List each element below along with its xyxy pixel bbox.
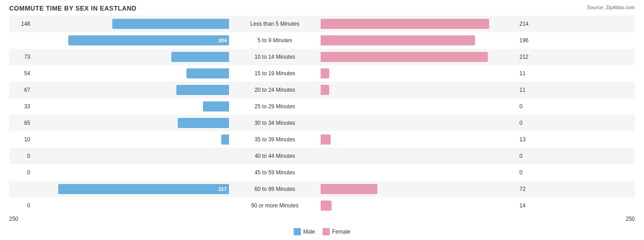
male-bar-wrap [32, 134, 229, 145]
rows-area: 148 Less than 5 Minutes 214 204 5 to 9 M… [9, 16, 635, 214]
chart-title: COMMUTE TIME BY SEX IN EASTLAND [9, 5, 635, 12]
male-value: 65 [9, 120, 32, 126]
male-bar: 204 [68, 35, 229, 45]
female-bar-wrap [321, 68, 518, 78]
chart-row: 148 Less than 5 Minutes 214 [9, 16, 635, 32]
female-bar-wrap [321, 85, 518, 95]
legend-male-box [294, 228, 301, 235]
male-bar-label: 217 [216, 186, 229, 192]
female-bar-wrap [321, 134, 518, 145]
female-value: 72 [518, 186, 540, 192]
male-bar [186, 68, 229, 78]
row-inner: 0 45 to 59 Minutes 0 [9, 166, 635, 179]
chart-row: 33 25 to 29 Minutes 0 [9, 98, 635, 115]
chart-footer: 250 250 [9, 216, 635, 222]
male-bar-wrap: 217 [32, 184, 229, 194]
female-bar-wrap [321, 118, 518, 128]
male-value: 67 [9, 87, 32, 93]
male-bar [221, 134, 229, 145]
row-label: 20 to 24 Minutes [229, 87, 321, 93]
female-bar-wrap [321, 52, 518, 62]
legend-male-label: Male [303, 229, 315, 235]
male-bar [112, 19, 229, 29]
female-bar-wrap [321, 101, 518, 112]
male-bar-wrap [32, 151, 229, 161]
chart-row: 65 30 to 34 Minutes 0 [9, 115, 635, 131]
male-bar: 217 [58, 184, 229, 194]
male-bar-wrap [32, 19, 229, 29]
row-label: 45 to 59 Minutes [229, 169, 321, 176]
row-label: 35 to 39 Minutes [229, 136, 321, 143]
row-label: 60 to 89 Minutes [229, 186, 321, 192]
chart-row: 54 15 to 19 Minutes 11 [9, 65, 635, 82]
male-bar-wrap [32, 118, 229, 128]
female-value: 11 [518, 70, 540, 77]
female-value: 13 [518, 136, 540, 143]
chart-row: 67 20 to 24 Minutes 11 [9, 82, 635, 98]
chart-row: 73 10 to 14 Minutes 212 [9, 49, 635, 65]
female-bar-wrap [321, 35, 518, 45]
female-value: 214 [518, 21, 540, 27]
male-bar-wrap [32, 167, 229, 178]
chart-row: 0 90 or more Minutes 14 [9, 197, 635, 214]
row-inner: 204 5 to 9 Minutes 196 [9, 34, 635, 47]
female-value: 0 [518, 120, 540, 126]
row-label: 10 to 14 Minutes [229, 54, 321, 60]
male-value: 0 [9, 202, 32, 209]
male-bar-wrap: 204 [32, 35, 229, 45]
legend-female: Female [322, 228, 350, 235]
female-bar [321, 68, 329, 78]
legend-male: Male [294, 228, 315, 235]
male-bar [171, 52, 229, 62]
female-value: 0 [518, 153, 540, 159]
male-bar-label: 204 [216, 38, 229, 43]
male-bar-wrap [32, 201, 229, 211]
row-inner: 54 15 to 19 Minutes 11 [9, 67, 635, 80]
legend-female-label: Female [332, 229, 350, 235]
male-bar-wrap [32, 52, 229, 62]
female-bar [321, 201, 332, 211]
male-value: 0 [9, 169, 32, 176]
male-bar [178, 118, 229, 128]
female-bar [321, 184, 377, 194]
row-inner: 10 35 to 39 Minutes 13 [9, 133, 635, 146]
row-label: 5 to 9 Minutes [229, 37, 321, 44]
female-bar-wrap [321, 19, 518, 29]
footer-left-label: 250 [9, 216, 18, 222]
row-inner: 0 90 or more Minutes 14 [9, 199, 635, 212]
male-value: 54 [9, 70, 32, 77]
male-bar-wrap [32, 85, 229, 95]
male-value: 33 [9, 103, 32, 110]
female-value: 212 [518, 54, 540, 60]
chart-row: 204 5 to 9 Minutes 196 [9, 32, 635, 49]
row-label: 90 or more Minutes [229, 202, 321, 209]
row-inner: 0 40 to 44 Minutes 0 [9, 150, 635, 162]
female-value: 0 [518, 169, 540, 176]
row-inner: 33 25 to 29 Minutes 0 [9, 100, 635, 113]
male-bar [176, 85, 229, 95]
male-bar-wrap [32, 101, 229, 112]
chart-legend: Male Female [294, 228, 350, 235]
male-value: 148 [9, 21, 32, 27]
source-label: Source: ZipAtlas.com [587, 5, 635, 10]
female-bar-wrap [321, 184, 518, 194]
chart-row: 0 40 to 44 Minutes 0 [9, 148, 635, 164]
male-bar-wrap [32, 68, 229, 78]
female-value: 14 [518, 202, 540, 209]
female-bar [321, 35, 475, 45]
legend-female-box [322, 228, 330, 235]
female-value: 0 [518, 103, 540, 110]
male-value: 73 [9, 54, 32, 60]
row-label: 30 to 34 Minutes [229, 120, 321, 126]
chart-row: 10 35 to 39 Minutes 13 [9, 131, 635, 148]
female-bar-wrap [321, 201, 518, 211]
chart-container: COMMUTE TIME BY SEX IN EASTLAND Source: … [0, 0, 644, 240]
row-label: 15 to 19 Minutes [229, 70, 321, 77]
female-value: 196 [518, 37, 540, 44]
row-inner: 65 30 to 34 Minutes 0 [9, 117, 635, 129]
row-inner: 217 60 to 89 Minutes 72 [9, 183, 635, 195]
female-bar [321, 134, 331, 145]
female-bar-wrap [321, 151, 518, 161]
footer-right-label: 250 [626, 216, 635, 222]
male-value: 10 [9, 136, 32, 143]
